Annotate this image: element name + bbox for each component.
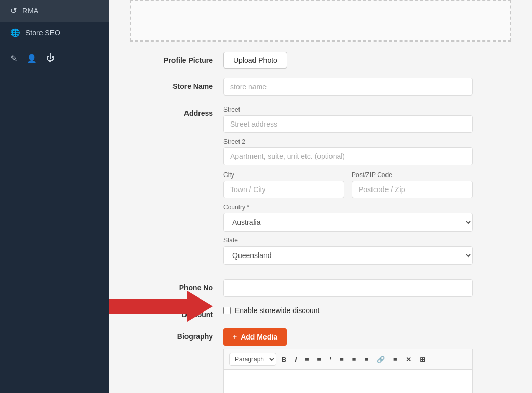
street-input[interactable] bbox=[223, 115, 473, 133]
discount-row: Discount Enable storewide discount bbox=[130, 306, 511, 319]
state-select[interactable]: Queensland New South Wales Victoria West… bbox=[223, 246, 473, 265]
phone-control bbox=[223, 279, 473, 297]
biography-control: + Add Media Paragraph B I ≡ ≡ ❛ ≡ ≡ ≡ 🔗 … bbox=[223, 328, 473, 393]
phone-input[interactable] bbox=[223, 279, 473, 297]
paragraph-select[interactable]: Paragraph bbox=[229, 353, 276, 366]
editor-toolbar: Paragraph B I ≡ ≡ ❛ ≡ ≡ ≡ 🔗 ≡ ✕ ⊞ bbox=[223, 349, 473, 369]
align-center-button[interactable]: ≡ bbox=[349, 354, 360, 365]
city-label: City bbox=[223, 171, 344, 179]
profile-picture-control: Upload Photo bbox=[223, 52, 473, 69]
add-media-icon: + bbox=[233, 333, 237, 341]
profile-picture-row: Profile Picture Upload Photo bbox=[130, 52, 511, 69]
blockquote-button[interactable]: ❛ bbox=[326, 354, 335, 365]
street2-group: Street 2 bbox=[223, 138, 473, 165]
profile-picture-label: Profile Picture bbox=[130, 52, 223, 64]
align-left-button[interactable]: ≡ bbox=[337, 354, 347, 365]
ul-button[interactable]: ≡ bbox=[302, 354, 312, 365]
discount-checkbox-label: Enable storewide discount bbox=[235, 306, 320, 315]
address-control: Street Street 2 City Post/ZIP Code bbox=[223, 105, 473, 270]
edit-icon[interactable]: ✎ bbox=[10, 53, 17, 63]
city-input[interactable] bbox=[223, 181, 344, 198]
country-group: Country * Australia United States United… bbox=[223, 204, 473, 232]
country-select[interactable]: Australia United States United Kingdom C… bbox=[223, 213, 473, 232]
store-name-label: Store Name bbox=[130, 78, 223, 90]
state-group: State Queensland New South Wales Victori… bbox=[223, 237, 473, 265]
globe-icon: 🌐 bbox=[10, 28, 20, 37]
store-name-row: Store Name bbox=[130, 78, 511, 96]
sidebar-item-store-seo-label: Store SEO bbox=[25, 29, 60, 37]
align-right-button[interactable]: ≡ bbox=[361, 354, 371, 365]
power-icon[interactable]: ⏻ bbox=[46, 53, 55, 63]
state-label: State bbox=[223, 237, 473, 244]
add-media-button[interactable]: + Add Media bbox=[223, 328, 287, 346]
phone-label: Phone No bbox=[130, 279, 223, 292]
store-name-input[interactable] bbox=[223, 78, 473, 96]
biography-label: Biography bbox=[130, 328, 223, 341]
user-icon[interactable]: 👤 bbox=[26, 53, 37, 63]
sidebar-item-store-seo[interactable]: 🌐 Store SEO bbox=[0, 22, 109, 44]
bold-button[interactable]: B bbox=[278, 354, 289, 365]
street-group: Street bbox=[223, 106, 473, 133]
country-label: Country * bbox=[223, 204, 473, 211]
address-label: Address bbox=[130, 105, 223, 117]
rma-icon: ↺ bbox=[10, 6, 17, 16]
main-content: Profile Picture Upload Photo Store Name … bbox=[109, 0, 532, 393]
clear-button[interactable]: ✕ bbox=[403, 354, 415, 365]
discount-label: Discount bbox=[130, 306, 223, 319]
discount-checkbox-group: Enable storewide discount bbox=[223, 306, 473, 315]
zip-group: Post/ZIP Code bbox=[352, 170, 473, 198]
phone-row: Phone No bbox=[130, 279, 511, 297]
zip-input[interactable] bbox=[352, 181, 473, 198]
sidebar-bottom-icons: ✎ 👤 ⏻ bbox=[0, 46, 109, 71]
store-name-control bbox=[223, 78, 473, 96]
upload-photo-button[interactable]: Upload Photo bbox=[223, 52, 287, 69]
ol-button[interactable]: ≡ bbox=[314, 354, 325, 365]
street2-label: Street 2 bbox=[223, 138, 473, 145]
biography-editor[interactable] bbox=[223, 369, 473, 393]
add-media-label: Add Media bbox=[241, 333, 277, 341]
table-button[interactable]: ⊞ bbox=[417, 354, 429, 365]
zip-label: Post/ZIP Code bbox=[352, 171, 473, 179]
street-label: Street bbox=[223, 106, 473, 113]
street2-input[interactable] bbox=[223, 147, 473, 165]
discount-checkbox[interactable] bbox=[223, 307, 231, 314]
sidebar: ↺ RMA 🌐 Store SEO ✎ 👤 ⏻ bbox=[0, 0, 109, 393]
italic-button[interactable]: I bbox=[291, 354, 300, 365]
city-group: City bbox=[223, 170, 344, 198]
biography-row: Biography + Add Media Paragraph B I ≡ ≡ … bbox=[130, 328, 511, 393]
sidebar-item-rma[interactable]: ↺ RMA bbox=[0, 0, 109, 22]
indent-button[interactable]: ≡ bbox=[390, 354, 401, 365]
discount-control: Enable storewide discount bbox=[223, 306, 473, 315]
address-row: Address Street Street 2 City Post/ZIP Co… bbox=[130, 105, 511, 270]
sidebar-item-rma-label: RMA bbox=[22, 7, 38, 15]
link-button[interactable]: 🔗 bbox=[374, 354, 388, 365]
photo-dashed-area bbox=[130, 0, 511, 42]
city-zip-row: City Post/ZIP Code bbox=[223, 170, 473, 198]
